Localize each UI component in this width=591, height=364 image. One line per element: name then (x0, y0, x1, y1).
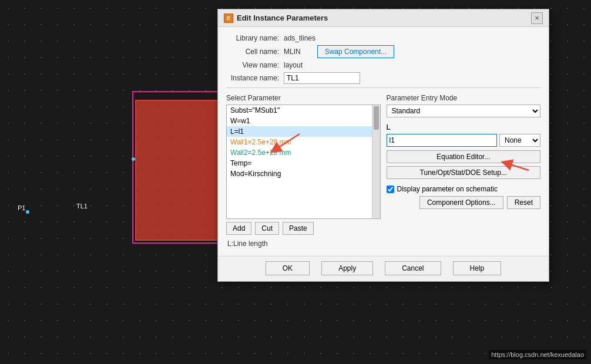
listbox-buttons: Add Cut Paste (226, 222, 381, 235)
library-row: Library name: ads_tlines (226, 34, 540, 42)
equation-editor-button[interactable]: Equation Editor... (387, 150, 541, 163)
description-text: L:Line length (226, 240, 540, 248)
component-options-row: Component Options... Reset (387, 196, 541, 209)
dialog-title-left: E Edit Instance Parameters (224, 14, 328, 23)
listbox-scroll-thumb[interactable] (374, 106, 379, 130)
param-name-label: L (387, 123, 541, 132)
tune-button[interactable]: Tune/Opt/Stat/DOE Setup... (387, 166, 541, 179)
parameter-listbox[interactable]: Subst="MSub1"W=w1L=l1Wall1=2.5e+28 mmWal… (226, 105, 381, 219)
library-value: ads_tlines (284, 34, 315, 42)
dialog-footer: OK Apply Cancel Help (218, 256, 549, 281)
parameter-entry-mode-select[interactable]: Standard Advanced Expression (387, 105, 541, 117)
display-checkbox[interactable] (387, 186, 394, 193)
cut-button[interactable]: Cut (255, 222, 279, 235)
library-label: Library name: (226, 34, 279, 42)
list-item[interactable]: W=w1 (227, 116, 380, 126)
list-item[interactable]: Temp= (227, 158, 380, 168)
right-panel: Parameter Entry Mode Standard Advanced E… (387, 94, 541, 235)
parameter-entry-mode-label: Parameter Entry Mode (387, 94, 541, 102)
param-value-row: None mm um cm m (387, 134, 541, 147)
instance-label: Instance name: (226, 74, 279, 82)
ok-button[interactable]: OK (266, 261, 310, 275)
list-item[interactable]: Wall2=2.5e+28 mm (227, 147, 380, 158)
instance-row: Instance name: (226, 72, 540, 84)
parameter-entry-mode-row: Standard Advanced Expression (387, 105, 541, 117)
swap-component-button[interactable]: Swap Component... (317, 45, 394, 58)
cell-row: Cell name: MLIN Swap Component... (226, 45, 540, 58)
view-value: layout (284, 61, 303, 69)
listbox-scrollbar[interactable] (372, 105, 380, 218)
dialog-body: Library name: ads_tlines Cell name: MLIN… (218, 27, 549, 255)
cell-label: Cell name: (226, 48, 279, 56)
dialog-title: Edit Instance Parameters (237, 14, 328, 22)
edit-instance-dialog: E Edit Instance Parameters × Library nam… (217, 9, 549, 282)
listbox-items: Subst="MSub1"W=w1L=l1Wall1=2.5e+28 mmWal… (227, 105, 380, 179)
cancel-button[interactable]: Cancel (385, 261, 441, 275)
list-item[interactable]: L=l1 (227, 126, 380, 137)
list-item[interactable]: Mod=Kirschning (227, 168, 380, 179)
select-parameter-label: Select Parameter (226, 94, 381, 102)
component-options-button[interactable]: Component Options... (419, 196, 503, 209)
param-value-input[interactable] (387, 134, 498, 147)
help-button[interactable]: Help (453, 261, 502, 275)
dialog-close-button[interactable]: × (531, 12, 543, 24)
reset-button[interactable]: Reset (507, 196, 540, 209)
dialog-titlebar: E Edit Instance Parameters × (218, 9, 549, 27)
view-label: View name: (226, 61, 279, 69)
display-checkbox-label: Display parameter on schematic (397, 185, 498, 193)
separator-1 (226, 87, 540, 88)
dialog-app-icon: E (224, 14, 233, 23)
apply-button[interactable]: Apply (321, 261, 373, 275)
display-checkbox-row: Display parameter on schematic (387, 185, 541, 193)
add-button[interactable]: Add (226, 222, 251, 235)
list-item[interactable]: Wall1=2.5e+28 mm (227, 137, 380, 147)
cell-value: MLIN (284, 48, 301, 56)
left-panel: Select Parameter Subst="MSub1"W=w1L=l1Wa… (226, 94, 381, 235)
instance-name-input[interactable] (284, 72, 360, 84)
dialog-overlay: E Edit Instance Parameters × Library nam… (0, 0, 591, 364)
panels-container: Select Parameter Subst="MSub1"W=w1L=l1Wa… (226, 94, 540, 235)
view-row: View name: layout (226, 61, 540, 69)
paste-button[interactable]: Paste (283, 222, 314, 235)
param-unit-select[interactable]: None mm um cm m (499, 134, 540, 147)
list-item[interactable]: Subst="MSub1" (227, 105, 380, 116)
